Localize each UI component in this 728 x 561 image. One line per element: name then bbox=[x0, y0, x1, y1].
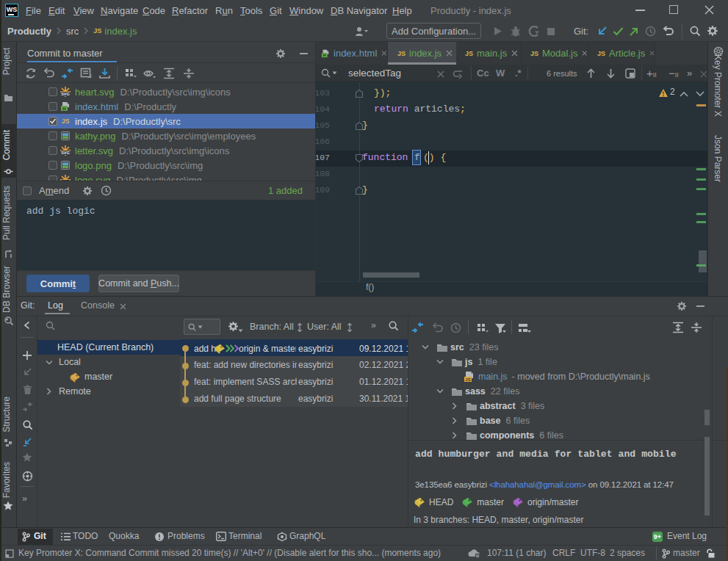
svg-text:SVG: SVG bbox=[61, 92, 70, 96]
svg-text:H: H bbox=[323, 53, 326, 57]
svg-text:H: H bbox=[62, 106, 65, 111]
svg-text:SVG: SVG bbox=[61, 151, 70, 155]
svg-text:JS: JS bbox=[465, 377, 470, 382]
